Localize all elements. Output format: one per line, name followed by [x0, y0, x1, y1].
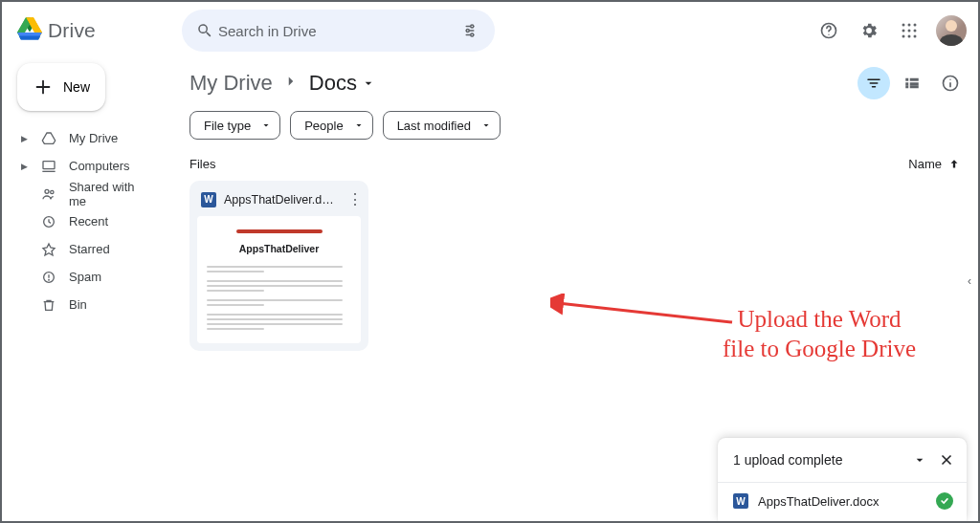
- svg-rect-36: [910, 78, 919, 81]
- svg-rect-40: [905, 85, 908, 88]
- nav-label: Shared with me: [69, 180, 155, 208]
- clock-icon: [40, 214, 57, 229]
- svg-point-13: [914, 24, 917, 27]
- info-button[interactable]: [934, 67, 967, 99]
- list-view-button[interactable]: [896, 67, 928, 99]
- nav-label: Computers: [69, 159, 130, 173]
- nav-starred[interactable]: Starred: [15, 235, 163, 263]
- svg-point-26: [51, 190, 54, 193]
- upload-toast: 1 upload complete W AppsThatDeliver.docx: [718, 438, 967, 521]
- upload-item[interactable]: W AppsThatDeliver.docx: [718, 482, 967, 521]
- header: Drive: [2, 2, 978, 59]
- svg-point-18: [908, 35, 911, 38]
- account-avatar[interactable]: [936, 15, 967, 46]
- breadcrumb-current[interactable]: Docs: [309, 71, 376, 96]
- star-icon: [40, 242, 57, 257]
- svg-rect-38: [910, 82, 919, 85]
- svg-marker-28: [43, 244, 55, 255]
- nav-label: Spam: [69, 270, 101, 284]
- file-grid: W AppsThatDeliver.docx ⋮ AppsThatDeliver: [189, 181, 967, 351]
- section-title: Files: [189, 157, 215, 171]
- svg-point-12: [908, 24, 911, 27]
- nav-label: Recent: [69, 214, 108, 229]
- dropdown-icon: [353, 120, 365, 131]
- svg-marker-5: [19, 35, 40, 39]
- drive-icon: [40, 131, 57, 146]
- arrow-up-icon: [947, 158, 961, 171]
- success-check-icon: [936, 492, 953, 510]
- new-button-label: New: [63, 79, 90, 95]
- svg-rect-37: [905, 82, 908, 85]
- svg-point-7: [466, 30, 469, 33]
- file-thumbnail: AppsThatDeliver: [197, 216, 361, 343]
- file-name: AppsThatDeliver.docx: [224, 193, 338, 207]
- sidebar: New ▶ My Drive ▶ Computers Shared with m…: [2, 59, 172, 521]
- nav-label: Starred: [69, 242, 110, 256]
- new-button[interactable]: New: [17, 63, 105, 111]
- filter-last-modified[interactable]: Last modified: [383, 111, 501, 140]
- settings-button[interactable]: [852, 13, 886, 48]
- nav-label: Bin: [69, 297, 87, 312]
- file-more-button[interactable]: ⋮: [345, 190, 365, 208]
- upload-file-name: AppsThatDeliver.docx: [758, 494, 879, 509]
- people-icon: [40, 186, 57, 202]
- svg-point-15: [908, 30, 911, 33]
- side-panel-toggle[interactable]: ‹: [961, 262, 978, 300]
- svg-point-14: [902, 30, 905, 33]
- help-button[interactable]: [812, 13, 846, 48]
- filter-people[interactable]: People: [290, 111, 372, 140]
- breadcrumb-root[interactable]: My Drive: [189, 71, 273, 96]
- search-icon: [191, 22, 218, 39]
- trash-icon: [40, 297, 57, 313]
- svg-point-44: [949, 79, 950, 80]
- word-doc-icon: W: [201, 192, 216, 207]
- search-input[interactable]: [218, 23, 455, 39]
- svg-point-19: [914, 35, 917, 38]
- dropdown-icon: [480, 120, 492, 131]
- breadcrumb: My Drive Docs: [189, 63, 967, 103]
- caret-right-icon: ▶: [19, 134, 29, 143]
- sort-button[interactable]: Name: [908, 157, 967, 171]
- header-actions: [812, 13, 967, 48]
- file-card[interactable]: W AppsThatDeliver.docx ⋮ AppsThatDeliver: [189, 181, 368, 351]
- word-doc-icon: W: [733, 493, 748, 509]
- svg-point-25: [45, 189, 49, 193]
- svg-point-16: [914, 30, 917, 33]
- search-options-icon[interactable]: [455, 22, 485, 39]
- caret-right-icon: ▶: [19, 162, 29, 171]
- nav-shared[interactable]: Shared with me: [15, 180, 163, 207]
- main-content: My Drive Docs File type: [172, 59, 978, 521]
- svg-rect-23: [43, 161, 55, 168]
- svg-point-31: [49, 279, 50, 280]
- svg-point-17: [902, 35, 905, 38]
- chevron-right-icon: [282, 73, 300, 94]
- svg-point-6: [471, 25, 474, 28]
- svg-point-10: [828, 34, 829, 35]
- svg-rect-35: [905, 78, 908, 81]
- product-name: Drive: [48, 19, 96, 42]
- filter-toggle-button[interactable]: [858, 67, 890, 99]
- nav-recent[interactable]: Recent: [15, 207, 163, 235]
- nav-label: My Drive: [69, 131, 118, 145]
- nav-computers[interactable]: ▶ Computers: [15, 152, 163, 180]
- upload-title: 1 upload complete: [733, 452, 842, 468]
- nav-bin[interactable]: Bin: [15, 291, 163, 318]
- svg-point-11: [902, 24, 905, 27]
- svg-rect-41: [910, 85, 919, 88]
- filter-chips: File type People Last modified: [189, 111, 967, 140]
- dropdown-icon: [260, 120, 272, 131]
- apps-button[interactable]: [892, 13, 926, 48]
- nav-my-drive[interactable]: ▶ My Drive: [15, 124, 163, 152]
- svg-point-8: [471, 33, 474, 36]
- svg-marker-22: [42, 133, 55, 143]
- dropdown-icon: [361, 76, 376, 91]
- toast-close-button[interactable]: [936, 449, 957, 470]
- filter-file-type[interactable]: File type: [189, 111, 280, 140]
- logo[interactable]: Drive: [17, 17, 170, 44]
- search-bar[interactable]: [182, 10, 495, 52]
- toast-minimize-button[interactable]: [909, 449, 930, 470]
- nav-spam[interactable]: Spam: [15, 263, 163, 291]
- computer-icon: [40, 159, 57, 174]
- drive-logo-icon: [17, 17, 42, 44]
- spam-icon: [40, 270, 57, 285]
